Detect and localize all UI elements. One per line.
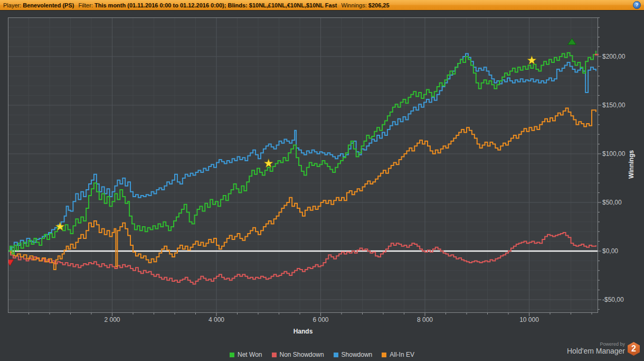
winnings-graph-plot-area[interactable] xyxy=(8,17,602,317)
filter-label: Filter: xyxy=(78,2,93,8)
winnings-value: $206,25 xyxy=(368,2,390,8)
y-axis-title: Winnings xyxy=(628,150,635,179)
x-tick-label: 4 000 xyxy=(209,316,224,323)
legend-swatch-net-won xyxy=(230,353,234,357)
y-tick-label: $100,00 xyxy=(602,150,625,158)
x-tick-label: 8 000 xyxy=(417,316,433,323)
y-tick-label: $0,00 xyxy=(602,247,618,255)
filter-value[interactable]: This month (01.11.2016 0:00 to 01.12.201… xyxy=(94,2,337,8)
legend-label: Non Showdown xyxy=(280,351,324,358)
legend-label: Net Won xyxy=(238,351,262,358)
legend-swatch-showdown xyxy=(334,353,338,357)
x-tick-label: 10 000 xyxy=(519,316,539,323)
player-value[interactable]: Benevolented (PS) xyxy=(23,2,74,8)
hm2-branding: Powered by Hold'em Manager 2 xyxy=(541,341,641,359)
x-axis-title: Hands xyxy=(293,328,313,335)
powered-by-text: Powered by xyxy=(600,341,625,347)
legend-item-showdown[interactable]: Showdown xyxy=(334,351,373,358)
hm2-logo-badge-icon: 2 xyxy=(628,342,640,356)
player-label: Player: xyxy=(3,2,21,8)
legend-item-all-in-ev[interactable]: All-In EV xyxy=(382,351,414,358)
legend-label: Showdown xyxy=(342,351,373,358)
brand-name-text: Hold'em Manager xyxy=(567,347,625,355)
winnings-label: Winnings: xyxy=(342,2,367,8)
x-tick-label: 2 000 xyxy=(104,316,120,323)
y-tick-label: $150,00 xyxy=(602,101,625,109)
help-icon[interactable]: ? xyxy=(633,1,641,9)
legend-swatch-non-showdown xyxy=(272,353,277,357)
winnings-chart-canvas[interactable] xyxy=(8,17,602,317)
legend-item-non-showdown[interactable]: Non Showdown xyxy=(272,351,324,358)
legend-label: All-In EV xyxy=(390,351,414,358)
filter-bar: Player: Benevolented (PS) Filter: This m… xyxy=(0,0,644,11)
y-tick-label: -$50,00 xyxy=(602,296,624,303)
legend-swatch-all-in-ev xyxy=(382,353,386,357)
y-tick-label: $50,00 xyxy=(602,199,622,206)
legend-item-net-won[interactable]: Net Won xyxy=(230,351,262,358)
x-tick-label: 6 000 xyxy=(312,316,328,323)
y-tick-label: $200,00 xyxy=(602,53,625,60)
